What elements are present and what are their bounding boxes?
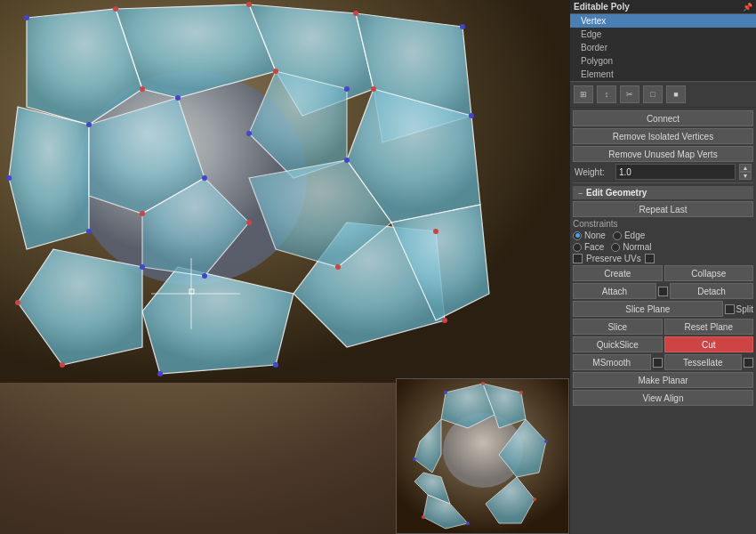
view-align-button[interactable]: View Align (573, 390, 753, 406)
svg-point-24 (157, 371, 163, 376)
subobject-edge[interactable]: Edge (570, 28, 756, 41)
radio-face-circle[interactable] (573, 243, 582, 252)
tessellate-button[interactable]: Tessellate (664, 354, 743, 370)
weight-row: Weight: ▲ ▼ (573, 164, 753, 180)
subobject-border[interactable]: Border (570, 41, 756, 54)
make-planar-button[interactable]: Make Planar (573, 372, 753, 388)
subobject-vertex[interactable]: Vertex (570, 14, 756, 28)
msmooth-tessellate-row: MSmooth Tessellate (573, 354, 753, 370)
svg-point-37 (344, 158, 350, 163)
detach-button[interactable]: Detach (670, 283, 753, 299)
svg-point-18 (353, 11, 358, 16)
toolbar-icon-3[interactable]: ✂ (620, 85, 639, 103)
cut-button[interactable]: Cut (664, 336, 754, 352)
svg-point-38 (140, 211, 145, 216)
right-panel: Editable Poly 📌 Vertex Edge Border Polyg… (569, 0, 756, 534)
svg-point-17 (246, 2, 252, 7)
thumbnail-view (396, 378, 569, 534)
radio-normal-circle[interactable] (611, 243, 620, 252)
slice-button[interactable]: Slice (573, 319, 663, 335)
svg-point-36 (246, 131, 252, 136)
reset-plane-button[interactable]: Reset Plane (664, 319, 754, 335)
sliceplane-split-row: Slice Plane Split (573, 301, 753, 317)
radio-edge-circle[interactable] (613, 231, 622, 240)
svg-point-29 (140, 86, 145, 92)
subobject-header: Editable Poly 📌 (570, 0, 756, 14)
svg-point-62 (413, 457, 416, 461)
preserve-uvs-checkbox[interactable] (573, 254, 583, 263)
svg-point-33 (175, 95, 181, 101)
collapse-icon[interactable]: – (578, 189, 583, 198)
weight-spinner: ▲ ▼ (739, 164, 752, 180)
svg-point-42 (140, 264, 145, 270)
svg-point-22 (442, 318, 447, 323)
mesh-view-top (0, 0, 569, 383)
svg-point-39 (246, 220, 252, 225)
repeat-last-button[interactable]: Repeat Last (573, 201, 753, 217)
msmooth-button[interactable]: MSmooth (573, 354, 651, 370)
toolbar-icon-4[interactable]: □ (643, 85, 663, 103)
svg-point-32 (86, 122, 92, 127)
svg-point-57 (519, 391, 523, 394)
radio-edge[interactable]: Edge (613, 231, 645, 240)
remove-isolated-button[interactable]: Remove Isolated Vertices (573, 128, 753, 144)
create-collapse-row: Create Collapse (573, 265, 753, 281)
radio-face[interactable]: Face (573, 242, 604, 252)
connect-button[interactable]: Connect (573, 110, 753, 126)
preserve-uvs-label: Preserve UVs (586, 254, 641, 263)
svg-point-20 (469, 113, 474, 118)
tessellate-checkbox[interactable] (744, 358, 753, 368)
svg-point-19 (460, 24, 465, 29)
svg-point-40 (335, 264, 341, 270)
attach-button[interactable]: Attach (573, 283, 656, 299)
viewport[interactable]: WWW.3DXY.COM FRONT (0, 0, 569, 534)
constraints-label: Constraints (573, 219, 753, 229)
radio-edge-label: Edge (624, 231, 645, 240)
toolbar-icon-2[interactable]: ↕ (597, 85, 616, 103)
attach-checkbox[interactable] (658, 287, 668, 296)
svg-point-58 (544, 440, 548, 443)
weight-input[interactable] (615, 164, 736, 180)
radio-face-label: Face (584, 242, 604, 252)
edit-geometry-header: – Edit Geometry (573, 186, 753, 199)
svg-point-26 (15, 300, 20, 305)
radio-normal[interactable]: Normal (611, 242, 651, 252)
preserve-uvs-checkbox2[interactable] (645, 254, 655, 263)
svg-point-21 (433, 229, 438, 234)
slice-reset-row: Slice Reset Plane (573, 319, 753, 335)
radio-group-2: Face Normal (573, 242, 753, 252)
svg-point-31 (371, 86, 376, 92)
radio-none[interactable]: None (573, 231, 606, 240)
weight-down[interactable]: ▼ (739, 172, 752, 180)
radio-none-label: None (584, 231, 606, 240)
attach-detach-row: Attach Detach (573, 283, 753, 299)
svg-marker-10 (9, 107, 89, 249)
svg-point-35 (202, 175, 207, 181)
split-label: Split (736, 304, 753, 314)
quickslice-button[interactable]: QuickSlice (573, 336, 663, 352)
quickslice-cut-row: QuickSlice Cut (573, 336, 753, 352)
svg-point-63 (444, 391, 447, 394)
svg-point-30 (273, 69, 278, 74)
svg-point-43 (202, 273, 207, 279)
preserve-uvs-row: Preserve UVs (573, 254, 753, 263)
create-button[interactable]: Create (573, 265, 663, 281)
msmooth-checkbox[interactable] (653, 358, 663, 368)
slice-plane-button[interactable]: Slice Plane (573, 301, 723, 317)
svg-point-27 (6, 175, 12, 181)
toolbar-icon-5[interactable]: ■ (666, 85, 686, 103)
subobject-polygon[interactable]: Polygon (570, 54, 756, 68)
svg-point-25 (60, 362, 65, 368)
subobject-element[interactable]: Element (570, 68, 756, 81)
split-checkbox[interactable] (725, 304, 735, 314)
edit-geometry-title: Edit Geometry (586, 188, 647, 198)
thumbnail-svg (397, 379, 569, 534)
toolbar-icon-1[interactable]: ⊞ (574, 85, 593, 103)
radio-none-circle[interactable] (573, 231, 582, 240)
remove-unused-button[interactable]: Remove Unused Map Verts (573, 146, 753, 162)
radio-group-1: None Edge (573, 231, 753, 240)
svg-point-56 (481, 382, 485, 385)
collapse-button[interactable]: Collapse (664, 265, 754, 281)
weight-up[interactable]: ▲ (739, 164, 752, 172)
subobject-list: Vertex Edge Border Polygon Element (570, 14, 756, 82)
